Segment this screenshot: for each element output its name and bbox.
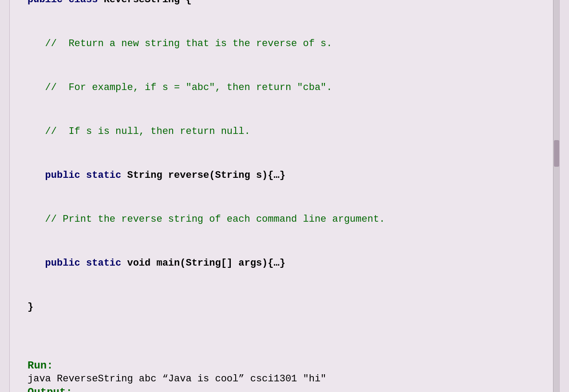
- keyword-public2: public static: [28, 170, 127, 181]
- method2-line: public static void main(String[] args){……: [28, 256, 541, 270]
- class-name: ReverseString {: [104, 0, 192, 5]
- method2-code: void main(String[] args){…}: [127, 258, 285, 269]
- class-declaration: public class ReverseString {: [28, 0, 541, 7]
- run-label: Run:: [28, 360, 541, 372]
- method1-line: public static String reverse(String s){……: [28, 168, 541, 183]
- comment2: // For example, if s = "abc", then retur…: [28, 82, 332, 93]
- comment1: // Return a new string that is the rever…: [28, 38, 332, 49]
- comment3: // If s is null, then return null.: [28, 126, 250, 137]
- comment-line-3: // If s is null, then return null.: [28, 124, 541, 139]
- brace: }: [28, 302, 33, 313]
- keyword-public3: public static: [28, 258, 127, 269]
- scrollbar-thumb[interactable]: [554, 140, 559, 167]
- run-command: java ReverseString abc “Java is cool” cs…: [28, 373, 541, 384]
- comment4: // Print the reverse string of each comm…: [28, 214, 385, 225]
- scrollbar[interactable]: [553, 0, 559, 392]
- comment-line-4: // Print the reverse string of each comm…: [28, 212, 541, 227]
- closing-brace: }: [28, 300, 541, 314]
- code-block: public class ReverseString { // Return a…: [28, 0, 541, 344]
- main-container: ReverseString : Design and write this pr…: [9, 0, 560, 392]
- comment-line-1: // Return a new string that is the rever…: [28, 36, 541, 51]
- run-section: Run: java ReverseString abc “Java is coo…: [28, 360, 541, 392]
- comment-line-2: // For example, if s = "abc", then retur…: [28, 80, 541, 95]
- method1-code: String reverse(String s){…}: [127, 170, 285, 181]
- keyword-public: public class: [28, 0, 104, 5]
- output-label: Output:: [28, 386, 541, 392]
